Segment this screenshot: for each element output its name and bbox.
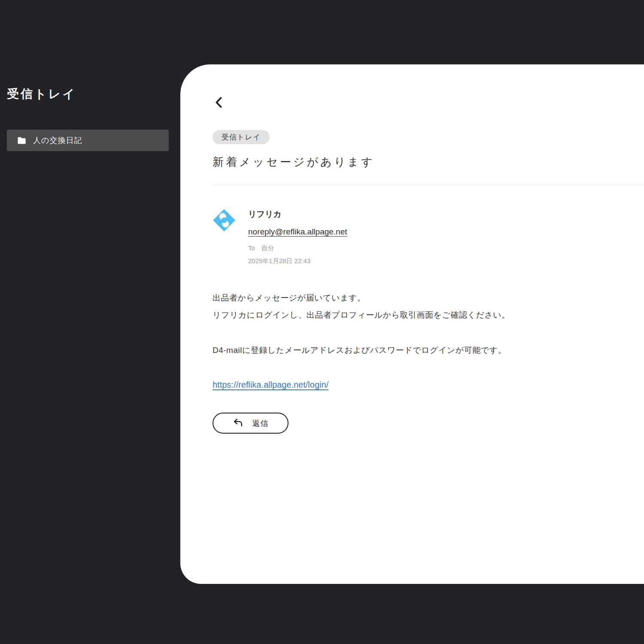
folder-label: 人の交換日記 — [33, 135, 82, 146]
mail-date: 2025年1月28日 22:43 — [248, 257, 347, 265]
sender-block: リフリカ noreply@reflika.allpage.net To自分 20… — [213, 209, 644, 265]
login-link[interactable]: https://reflika.allpage.net/login/ — [213, 379, 328, 391]
sender-email-link[interactable]: noreply@reflika.allpage.net — [248, 226, 347, 237]
sidebar-item-folder[interactable]: 人の交換日記 — [7, 130, 169, 151]
divider — [213, 185, 644, 185]
mail-subject: 新着メッセージがあります — [213, 155, 644, 169]
body-line-1: 出品者からメッセージが届いています。 — [213, 292, 644, 304]
sidebar: 受信トレイ 人の交換日記 — [0, 0, 180, 644]
body-line-3: D4-mailに登録したメールアドレスおよびパスワードでログインが可能です。 — [213, 344, 644, 356]
reply-label: 返信 — [252, 418, 269, 428]
to-label: To — [248, 244, 255, 252]
body-line-2: リフリカにログインし、出品者プロフィールから取引画面をご確認ください。 — [213, 309, 644, 321]
folder-chip: 受信トレイ — [213, 130, 270, 144]
sender-name: リフリカ — [248, 209, 347, 219]
folder-icon — [17, 137, 26, 144]
back-button[interactable] — [213, 97, 225, 109]
reflika-logo — [213, 209, 236, 232]
sender-info: リフリカ noreply@reflika.allpage.net To自分 20… — [248, 209, 347, 265]
reply-button[interactable]: 返信 — [213, 413, 289, 434]
chevron-left-icon — [215, 103, 222, 109]
reply-arrow-icon — [233, 418, 244, 428]
mail-detail-panel: 受信トレイ 新着メッセージがあります リフリカ noreply@reflika.… — [180, 64, 644, 584]
inbox-title: 受信トレイ — [7, 86, 76, 102]
to-value: 自分 — [261, 244, 274, 252]
app-root: 受信トレイ 人の交換日記 受信トレイ 新着メッセージがあります — [0, 0, 644, 644]
recipient-row: To自分 — [248, 244, 347, 252]
